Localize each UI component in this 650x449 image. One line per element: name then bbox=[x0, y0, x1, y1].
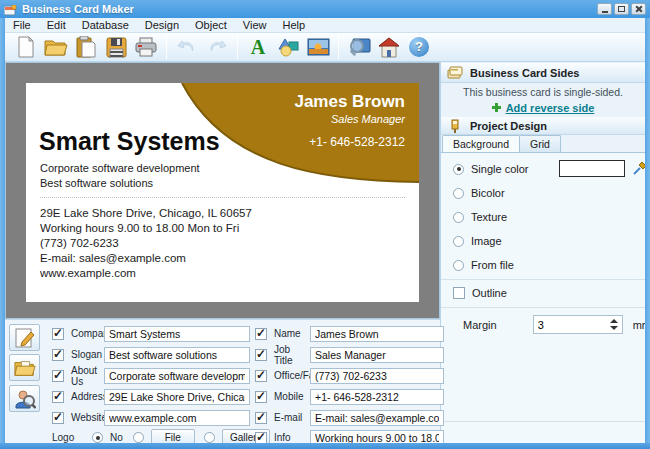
from-file-radio[interactable] bbox=[453, 260, 464, 271]
add-image-button[interactable] bbox=[303, 34, 333, 60]
website-input[interactable] bbox=[104, 410, 250, 426]
option-texture[interactable]: Texture bbox=[453, 211, 507, 223]
email-checkbox[interactable] bbox=[255, 412, 267, 424]
option-single-color[interactable]: Single color bbox=[453, 163, 528, 175]
logo-gallery-radio[interactable] bbox=[204, 432, 215, 443]
divider bbox=[441, 421, 645, 422]
jobtitle-input[interactable] bbox=[310, 347, 444, 363]
zoom-tool-icon bbox=[348, 37, 371, 58]
design-panel-title: Project Design bbox=[470, 120, 547, 132]
sides-status-text: This business card is single-sided. bbox=[441, 86, 645, 98]
close-icon bbox=[635, 5, 643, 13]
edit-design-button[interactable] bbox=[9, 324, 40, 351]
officefax-checkbox[interactable] bbox=[255, 370, 267, 382]
address-input[interactable] bbox=[104, 389, 250, 405]
address-checkbox[interactable] bbox=[52, 391, 64, 403]
email-input[interactable] bbox=[310, 410, 444, 426]
option-from-file[interactable]: From file bbox=[453, 259, 514, 271]
officefax-input[interactable] bbox=[310, 368, 444, 384]
menu-view[interactable]: View bbox=[235, 18, 275, 33]
option-outline[interactable]: Outline bbox=[453, 287, 507, 299]
sides-panel-header[interactable]: Business Card Sides bbox=[441, 63, 645, 83]
website-checkbox[interactable] bbox=[52, 412, 64, 424]
open-button[interactable] bbox=[41, 34, 71, 60]
background-tab-pane: Single color Bicolor Texture Image From … bbox=[441, 152, 645, 443]
logo-file-radio[interactable] bbox=[133, 432, 144, 443]
print-icon bbox=[135, 37, 157, 57]
menu-help[interactable]: Help bbox=[275, 18, 314, 33]
close-button[interactable] bbox=[631, 3, 646, 15]
find-contact-button[interactable] bbox=[9, 385, 40, 412]
card-website: www.example.com bbox=[40, 266, 252, 281]
project-design-icon bbox=[447, 119, 463, 133]
slogan-input[interactable] bbox=[104, 347, 250, 363]
company-checkbox[interactable] bbox=[52, 328, 64, 340]
business-card-preview[interactable]: James Brown Sales Manager +1- 646-528-23… bbox=[26, 83, 419, 302]
logo-no-radio[interactable] bbox=[92, 432, 103, 443]
menu-edit[interactable]: Edit bbox=[39, 18, 74, 33]
single-color-radio[interactable] bbox=[453, 164, 464, 175]
redo-button[interactable] bbox=[202, 34, 232, 60]
maximize-button[interactable] bbox=[614, 3, 629, 15]
name-checkbox[interactable] bbox=[255, 328, 267, 340]
menu-database[interactable]: Database bbox=[74, 18, 137, 33]
about-checkbox[interactable] bbox=[52, 370, 64, 382]
menu-file[interactable]: File bbox=[5, 18, 39, 33]
company-label: Company bbox=[71, 328, 104, 339]
add-reverse-side-link[interactable]: Add reverse side bbox=[506, 102, 595, 114]
redo-icon bbox=[206, 37, 228, 57]
option-bicolor[interactable]: Bicolor bbox=[453, 187, 505, 199]
info-label: Info bbox=[274, 432, 310, 443]
minimize-button[interactable] bbox=[597, 3, 612, 15]
tab-background[interactable]: Background bbox=[442, 135, 520, 152]
outline-checkbox[interactable] bbox=[453, 287, 465, 299]
home-icon bbox=[378, 37, 400, 58]
menu-design[interactable]: Design bbox=[137, 18, 187, 33]
preview-button[interactable] bbox=[344, 34, 374, 60]
spin-down-icon[interactable] bbox=[610, 326, 618, 330]
mobile-input[interactable] bbox=[310, 389, 444, 405]
slogan-checkbox[interactable] bbox=[52, 349, 64, 361]
card-sides-icon bbox=[447, 66, 463, 80]
info-checkbox[interactable] bbox=[255, 432, 267, 444]
new-document-button[interactable] bbox=[11, 34, 41, 60]
margin-spinner bbox=[608, 316, 620, 333]
name-input[interactable] bbox=[310, 326, 444, 342]
card-fields-form: Company Slogan About Us Address Website … bbox=[5, 319, 440, 443]
email-label: E-mail bbox=[274, 412, 310, 423]
toolbar-separator bbox=[166, 35, 167, 59]
add-reverse-side[interactable]: Add reverse side bbox=[441, 102, 645, 114]
window-controls bbox=[597, 3, 646, 15]
texture-label: Texture bbox=[471, 211, 507, 223]
menu-object[interactable]: Object bbox=[187, 18, 235, 33]
margin-input[interactable] bbox=[534, 316, 608, 333]
design-panel-header[interactable]: Project Design bbox=[441, 117, 645, 135]
jobtitle-checkbox[interactable] bbox=[255, 349, 267, 361]
title-bar[interactable]: Business Card Maker bbox=[0, 0, 650, 18]
about-input[interactable] bbox=[104, 368, 250, 384]
open-folder-icon bbox=[44, 37, 68, 57]
margin-row: Margin mm bbox=[463, 315, 650, 334]
help-button[interactable]: ? bbox=[404, 34, 434, 60]
image-radio[interactable] bbox=[453, 236, 464, 247]
mobile-checkbox[interactable] bbox=[255, 391, 267, 403]
add-shape-button[interactable] bbox=[273, 34, 303, 60]
print-button[interactable] bbox=[131, 34, 161, 60]
company-input[interactable] bbox=[104, 326, 250, 342]
divider bbox=[441, 279, 645, 280]
option-image[interactable]: Image bbox=[453, 235, 502, 247]
database-button[interactable] bbox=[9, 354, 40, 381]
color-swatch[interactable] bbox=[559, 160, 625, 177]
bicolor-radio[interactable] bbox=[453, 188, 464, 199]
paste-button[interactable] bbox=[71, 34, 101, 60]
save-button[interactable] bbox=[101, 34, 131, 60]
tab-grid[interactable]: Grid bbox=[519, 135, 561, 152]
spin-up-icon[interactable] bbox=[610, 319, 618, 323]
mobile-row: Mobile bbox=[255, 388, 444, 405]
add-text-button[interactable]: A bbox=[243, 34, 273, 60]
home-button[interactable] bbox=[374, 34, 404, 60]
toolbar: A ? bbox=[5, 33, 645, 62]
texture-radio[interactable] bbox=[453, 212, 464, 223]
card-address: 29E Lake Shore Drive, Chicago, IL 60657 bbox=[40, 206, 252, 221]
undo-button[interactable] bbox=[172, 34, 202, 60]
